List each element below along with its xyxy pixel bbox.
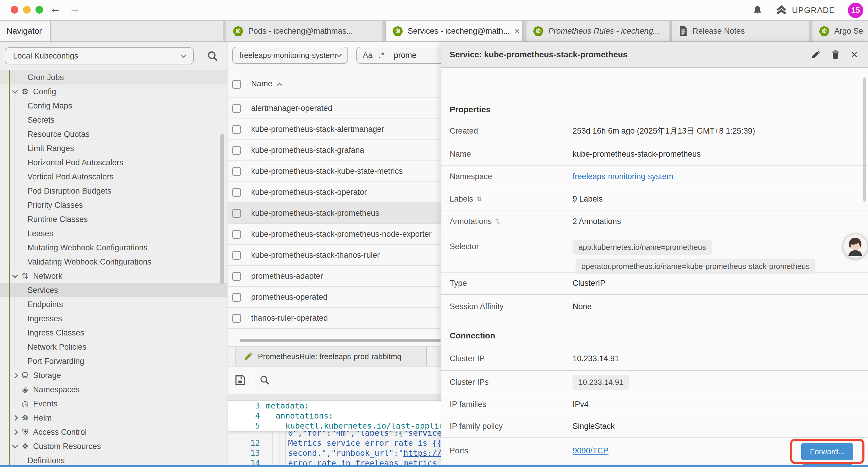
- sidebar-scrollbar[interactable]: [220, 134, 224, 284]
- service-row[interactable]: kube-prometheus-stack-grafana: [228, 140, 441, 161]
- sidebar-item[interactable]: Limit Ranges: [0, 141, 227, 155]
- service-row[interactable]: prometheus-operated: [228, 287, 441, 308]
- row-checkbox[interactable]: [232, 251, 241, 260]
- sidebar-item[interactable]: ⛁ Storage: [0, 368, 227, 382]
- sidebar-item[interactable]: Vertical Pod Autoscalers: [0, 170, 227, 184]
- service-row[interactable]: kube-prometheus-stack-prometheus: [228, 203, 441, 224]
- runbook-url-link[interactable]: https://netd: [403, 448, 441, 458]
- sidebar-item[interactable]: Network Policies: [0, 340, 227, 354]
- chevron-icon[interactable]: [12, 429, 18, 435]
- row-checkbox[interactable]: [232, 230, 241, 239]
- sidebar-item[interactable]: Validating Webhook Configurations: [0, 255, 227, 269]
- service-row[interactable]: alertmanager-operated: [228, 98, 441, 119]
- chevron-icon[interactable]: [12, 442, 18, 448]
- row-checkbox[interactable]: [232, 293, 241, 302]
- service-row[interactable]: prometheus-adapter: [228, 266, 441, 287]
- service-row[interactable]: kube-prometheus-stack-kube-state-metrics: [228, 161, 441, 182]
- sidebar-item[interactable]: Secrets: [0, 113, 227, 127]
- service-row[interactable]: kube-prometheus-stack-thanos-ruler: [228, 245, 441, 266]
- sidebar-item[interactable]: ⇅ Network: [0, 269, 227, 283]
- traffic-light-close[interactable]: [11, 6, 18, 13]
- sidebar-item[interactable]: ❖ Custom Resources: [0, 439, 227, 454]
- row-checkbox[interactable]: [232, 272, 241, 281]
- drawer-scrollbar[interactable]: [863, 78, 866, 202]
- selector-badge: operator.prometheus.io/name=kube-prometh…: [576, 259, 815, 274]
- expand-icon[interactable]: ⇅: [495, 218, 501, 226]
- editor-search-icon[interactable]: [259, 375, 270, 385]
- sidebar-item[interactable]: Cron Jobs: [0, 70, 227, 85]
- filter-input[interactable]: Aa .* prome: [356, 47, 441, 64]
- sidebar-item[interactable]: Priority Classes: [0, 198, 227, 212]
- editor-tab-partial[interactable]: [437, 347, 441, 366]
- edit-pencil-icon[interactable]: [811, 50, 820, 59]
- row-checkbox[interactable]: [232, 104, 241, 113]
- sidebar-item[interactable]: Horizontal Pod Autoscalers: [0, 155, 227, 170]
- editor-tab-prometheusrule[interactable]: PrometheusRule: freeleaps-prod-rabbitmq: [236, 347, 427, 366]
- sidebar-item[interactable]: Services: [0, 283, 227, 297]
- kubeconfig-selector[interactable]: Local Kubeconfigs: [5, 47, 194, 64]
- sidebar-item-label: Definitions: [28, 456, 65, 465]
- save-icon[interactable]: [235, 375, 246, 386]
- sidebar-item[interactable]: Endpoints: [0, 297, 227, 312]
- sidebar-item[interactable]: ◈ Namespaces: [0, 382, 227, 397]
- sidebar-item[interactable]: Resource Quotas: [0, 127, 227, 141]
- row-checkbox[interactable]: [232, 125, 241, 134]
- row-checkbox[interactable]: [232, 209, 241, 218]
- chevron-icon[interactable]: [12, 272, 18, 278]
- sidebar-item-label: Ingress Classes: [28, 328, 84, 338]
- back-arrow-icon[interactable]: ←: [50, 2, 61, 15]
- service-row[interactable]: kube-prometheus-stack-operator: [228, 182, 441, 203]
- traffic-light-minimize[interactable]: [23, 6, 31, 13]
- sidebar-item[interactable]: Pod Disruption Budgets: [0, 184, 227, 198]
- sidebar-item[interactable]: Ingresses: [0, 312, 227, 326]
- row-checkbox[interactable]: [232, 314, 241, 323]
- delete-trash-icon[interactable]: [831, 50, 840, 60]
- row-checkbox[interactable]: [232, 167, 241, 176]
- user-avatar[interactable]: [843, 233, 868, 259]
- sidebar-item[interactable]: Port Forwarding: [0, 354, 227, 368]
- tab-release-notes[interactable]: Release Notes: [671, 21, 809, 41]
- notification-count-badge[interactable]: 15: [848, 3, 863, 18]
- chevron-icon[interactable]: [12, 415, 18, 421]
- row-checkbox[interactable]: [232, 188, 241, 197]
- tab-services[interactable]: ☸ Services - icecheng@math... ×: [385, 21, 523, 41]
- sidebar-item[interactable]: Runtime Classes: [0, 212, 227, 226]
- sidebar-item[interactable]: Definitions: [0, 454, 227, 465]
- yaml-editor[interactable]: 0","for":"4m","labels":{"service":"f 12M…: [228, 401, 441, 465]
- tab-pods[interactable]: ☸ Pods - icecheng@mathmas...: [226, 21, 382, 41]
- sidebar-item[interactable]: Ingress Classes: [0, 326, 227, 340]
- close-icon[interactable]: ×: [850, 49, 858, 61]
- forward-arrow-icon[interactable]: →: [69, 2, 80, 15]
- sidebar-item[interactable]: ◷ Events: [0, 397, 227, 411]
- horizontal-scrollbar[interactable]: [240, 339, 441, 342]
- tab-argo[interactable]: ☸ Argo Se: [812, 21, 868, 41]
- sidebar-item[interactable]: ⚙ Config: [0, 85, 227, 99]
- upgrade-button[interactable]: UPGRADE: [776, 5, 835, 16]
- chevron-icon[interactable]: [12, 88, 18, 94]
- service-row[interactable]: kube-prometheus-stack-alertmanager: [228, 119, 441, 140]
- namespace-selector[interactable]: freeleaps-monitoring-system: [232, 47, 348, 64]
- sidebar-item[interactable]: Config Maps: [0, 99, 227, 113]
- sidebar-item[interactable]: ☸ Helm: [0, 411, 227, 425]
- bell-icon[interactable]: [752, 5, 763, 16]
- chevron-icon[interactable]: [12, 372, 18, 378]
- port-link-9090[interactable]: 9090/TCP: [572, 446, 609, 456]
- traffic-light-zoom[interactable]: [35, 6, 43, 13]
- namespace-link[interactable]: freeleaps-monitoring-system: [572, 172, 673, 181]
- select-all-checkbox[interactable]: [232, 80, 241, 89]
- service-name: kube-prometheus-stack-kube-state-metrics: [251, 167, 403, 176]
- name-column-header[interactable]: Name: [251, 79, 281, 88]
- service-row[interactable]: kube-prometheus-stack-prometheus-node-ex…: [228, 224, 441, 245]
- tab-close-icon[interactable]: ×: [515, 26, 520, 37]
- sidebar-search-icon[interactable]: [207, 50, 219, 62]
- sidebar-item[interactable]: ⛨ Access Control: [0, 425, 227, 439]
- row-checkbox[interactable]: [232, 146, 241, 155]
- sidebar-item[interactable]: Mutating Webhook Configurations: [0, 241, 227, 255]
- navigator-panel-tab[interactable]: Navigator: [0, 21, 51, 41]
- sidebar-item[interactable]: Leases: [0, 226, 227, 241]
- expand-icon[interactable]: ⇅: [477, 195, 482, 203]
- regex-icon[interactable]: .*: [378, 51, 385, 60]
- service-row[interactable]: thanos-ruler-operated: [228, 308, 441, 329]
- match-case-icon[interactable]: Aa: [363, 51, 373, 60]
- tab-prometheus-rules[interactable]: ☸ Prometheus Rules - icecheng...: [526, 21, 670, 41]
